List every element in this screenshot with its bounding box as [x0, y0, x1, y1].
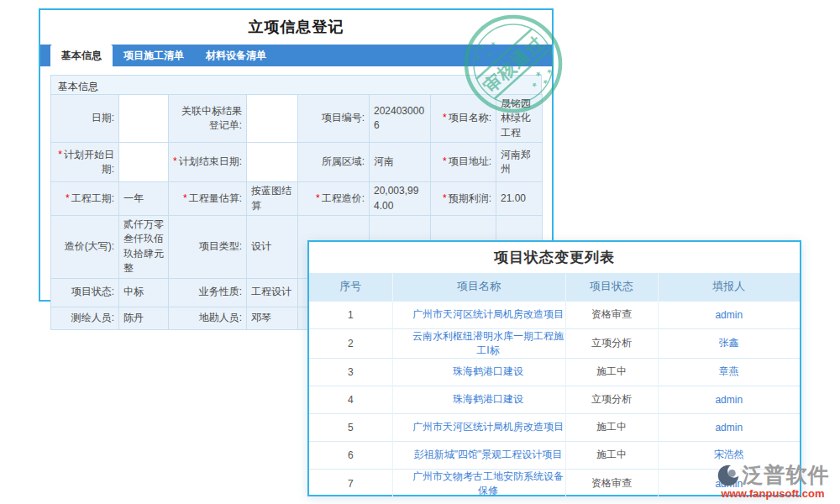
- row-status: 资格审查: [565, 469, 658, 498]
- project-name-link[interactable]: 广州市天河区统计局机房改造项目: [412, 421, 564, 433]
- reporter-link[interactable]: 章燕: [719, 365, 739, 377]
- surveyor-value: 陈丹: [119, 307, 169, 329]
- bid-result-link-label: 关联中标结果登记单:: [169, 95, 247, 143]
- tab-construction-list[interactable]: 项目施工清单: [113, 45, 195, 66]
- cost-in-words-label: 造价(大写):: [51, 215, 119, 278]
- project-cost-value: 20,003,994.00: [370, 182, 431, 216]
- project-name-link[interactable]: 珠海鹤港口建设: [453, 365, 523, 377]
- region-value: 河南: [370, 143, 431, 182]
- row-no: 7: [309, 469, 392, 498]
- plan-end-date-input[interactable]: [247, 143, 298, 182]
- project-name-link[interactable]: 云南水利枢纽潜明水库一期工程施工I标: [412, 330, 564, 356]
- row-status: 施工中: [565, 413, 658, 441]
- status-change-panel: 项目状态变更列表 序号 项目名称 项目状态 填报人 1 广州市天河区统计局机房改…: [307, 240, 801, 496]
- project-name-link[interactable]: 彭祖新城"四馆"景观工程设计项目: [414, 449, 563, 460]
- row-no: 2: [309, 328, 392, 358]
- plan-end-date-label: *计划结束日期:: [169, 143, 247, 182]
- duration-label: *工程工期:: [51, 182, 119, 216]
- plan-start-date-label: *计划开始日期:: [51, 143, 119, 182]
- reporter-link[interactable]: admin: [715, 309, 743, 321]
- column-header-project-name: 项目名称: [392, 273, 565, 301]
- project-status-label: 项目状态:: [51, 278, 119, 307]
- project-number-label: 项目编号:: [298, 95, 370, 143]
- row-status: 施工中: [565, 441, 658, 469]
- business-nature-value: 工程设计: [247, 278, 298, 307]
- bid-result-link-input[interactable]: [247, 95, 298, 143]
- geotechnical-label: 地勘人员:: [169, 307, 247, 329]
- geotechnical-value: 邓琴: [247, 307, 298, 329]
- column-header-no: 序号: [309, 273, 392, 301]
- brand-watermark: 泛普软件 www.fanpusoft.com: [709, 461, 837, 500]
- form-row: *计划开始日期: *计划结束日期: 所属区域: 河南 *项目地址: 河南郑州: [51, 143, 543, 182]
- row-no: 4: [309, 386, 392, 413]
- project-cost-label: *工程造价:: [298, 182, 370, 216]
- date-label: 日期:: [51, 95, 119, 143]
- project-name-value: 晟铭园林绿化工程: [496, 95, 543, 143]
- tab-material-equipment-list[interactable]: 材料设备清单: [195, 45, 277, 66]
- table-row: 2 云南水利枢纽潜明水库一期工程施工I标 立项分析 张鑫: [309, 328, 800, 358]
- date-input[interactable]: [119, 95, 169, 143]
- quantity-estimate-value: 按蓝图结算: [247, 182, 298, 216]
- reporter-link[interactable]: admin: [715, 394, 743, 406]
- business-nature-label: 业务性质:: [169, 278, 247, 307]
- row-status: 立项分析: [565, 328, 658, 358]
- region-label: 所属区域:: [298, 143, 370, 182]
- brand-url-link[interactable]: www.fanpusoft.com: [709, 487, 837, 500]
- project-type-value: 设计: [247, 215, 298, 278]
- status-panel-title: 项目状态变更列表: [309, 242, 800, 273]
- project-number-value: 2024030006: [370, 95, 431, 143]
- table-row: 3 珠海鹤港口建设 施工中 章燕: [309, 358, 800, 386]
- tab-basic-info[interactable]: 基本信息: [50, 45, 113, 66]
- expected-profit-value: 21.00: [496, 182, 543, 216]
- plan-start-date-input[interactable]: [119, 143, 169, 182]
- row-no: 3: [309, 358, 392, 386]
- reporter-link[interactable]: admin: [715, 422, 743, 433]
- row-status: 资格审查: [565, 301, 658, 328]
- reporter-link[interactable]: 宋浩然: [714, 449, 744, 460]
- row-no: 6: [309, 441, 392, 469]
- duration-value: 一年: [119, 182, 169, 216]
- tab-bar: 基本信息 项目施工清单 材料设备清单: [40, 45, 552, 66]
- section-header: 基本信息: [50, 75, 542, 94]
- project-type-label: 项目类型:: [169, 215, 247, 278]
- project-name-label: *项目名称:: [431, 95, 496, 143]
- brand-logo-icon: [717, 464, 740, 487]
- form-row: *工程工期: 一年 *工程量估算: 按蓝图结算 *工程造价: 20,003,99…: [51, 182, 543, 216]
- project-status-value: 中标: [119, 278, 169, 307]
- expected-profit-label: *预期利润:: [431, 182, 496, 216]
- column-header-project-status: 项目状态: [565, 273, 658, 301]
- table-row: 5 广州市天河区统计局机房改造项目 施工中 admin: [309, 413, 800, 441]
- table-row: 1 广州市天河区统计局机房改造项目 资格审查 admin: [309, 301, 800, 328]
- column-header-reporter: 填报人: [658, 273, 800, 301]
- form-row: 日期: 关联中标结果登记单: 项目编号: 2024030006 *项目名称: 晟…: [51, 95, 543, 143]
- page-title: 立项信息登记: [40, 17, 552, 37]
- reporter-link[interactable]: 张鑫: [719, 337, 739, 349]
- row-status: 立项分析: [565, 386, 658, 413]
- project-address-value: 河南郑州: [496, 143, 543, 182]
- project-name-link[interactable]: 广州市文物考古工地安防系统设备保修: [412, 470, 564, 496]
- cost-in-words-value: 贰仟万零叁仟玖佰玖拾肆元整: [119, 215, 169, 278]
- table-header-row: 序号 项目名称 项目状态 填报人: [309, 273, 800, 301]
- quantity-estimate-label: *工程量估算:: [169, 182, 247, 216]
- surveyor-label: 测绘人员:: [51, 307, 119, 329]
- project-name-link[interactable]: 珠海鹤港口建设: [453, 393, 523, 405]
- row-status: 施工中: [565, 358, 658, 386]
- table-row: 4 珠海鹤港口建设 立项分析 admin: [309, 386, 800, 413]
- row-no: 5: [309, 413, 392, 441]
- brand-name: 泛普软件: [743, 461, 830, 489]
- project-name-link[interactable]: 广州市天河区统计局机房改造项目: [412, 308, 564, 320]
- project-address-label: *项目地址:: [431, 143, 496, 182]
- row-no: 1: [309, 301, 392, 328]
